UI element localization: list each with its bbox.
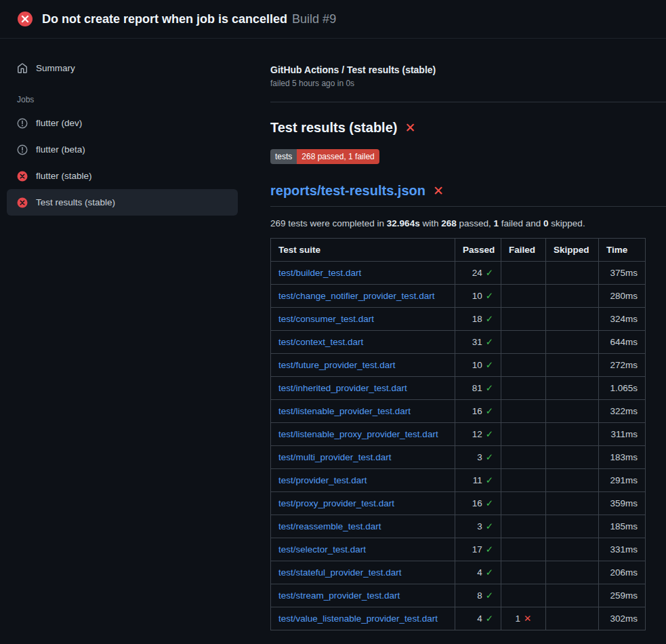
skipped-count <box>546 377 599 400</box>
test-suite-link[interactable]: test/future_provider_test.dart <box>278 360 396 370</box>
skipped-count <box>546 331 599 354</box>
test-suite-cell: test/listenable_proxy_provider_test.dart <box>271 423 455 446</box>
tests-summary: 269 tests were completed in 32.964s with… <box>270 218 645 228</box>
check-icon: ✓ <box>486 383 493 393</box>
skipped-count <box>546 423 599 446</box>
test-suite-cell: test/provider_test.dart <box>271 469 455 492</box>
badge-value: 268 passed, 1 failed <box>297 149 379 164</box>
test-suite-link[interactable]: test/multi_provider_test.dart <box>278 452 392 462</box>
skipped-count <box>546 561 599 584</box>
test-suite-link[interactable]: test/reassemble_test.dart <box>278 521 381 531</box>
test-suite-link[interactable]: test/provider_test.dart <box>278 475 367 485</box>
check-icon: ✓ <box>486 590 493 601</box>
test-suite-link[interactable]: test/change_notifier_provider_test.dart <box>278 291 434 301</box>
test-suite-link[interactable]: test/builder_test.dart <box>278 268 361 278</box>
failed-count <box>501 446 546 469</box>
passed-count: 4✓ <box>455 607 501 630</box>
failed-count <box>501 538 546 561</box>
check-icon: ✓ <box>486 521 493 531</box>
test-time: 375ms <box>599 262 646 285</box>
run-title: Do not create report when job is cancell… <box>42 12 287 26</box>
test-suite-link[interactable]: test/inherited_provider_test.dart <box>278 383 407 393</box>
count-value: 4 <box>477 613 482 624</box>
count-value: 3 <box>477 452 482 462</box>
table-row: test/stateful_provider_test.dart4✓206ms <box>271 561 646 584</box>
test-time: 322ms <box>599 400 646 423</box>
passed-count: 8✓ <box>455 584 501 607</box>
count-value: 24 <box>472 268 482 278</box>
test-suite-cell: test/inherited_provider_test.dart <box>271 377 455 400</box>
test-suite-link[interactable]: test/context_test.dart <box>278 337 363 347</box>
job-label: flutter (beta) <box>36 143 85 156</box>
test-suite-link[interactable]: test/stream_provider_test.dart <box>278 590 400 601</box>
test-time: 1.065s <box>599 377 646 400</box>
column-passed: Passed <box>455 239 501 262</box>
neutral-status-icon <box>17 118 28 129</box>
main-layout: Summary Jobs flutter (dev) flutter (beta… <box>0 39 666 644</box>
sidebar-item-flutter-dev[interactable]: flutter (dev) <box>7 110 238 136</box>
jobs-heading: Jobs <box>17 95 238 104</box>
passed-count: 11✓ <box>455 469 501 492</box>
skipped-count <box>546 262 599 285</box>
passed-count: 3✓ <box>455 515 501 538</box>
summary-skipped: 0 <box>543 218 549 228</box>
failed-count <box>501 515 546 538</box>
skipped-count <box>546 285 599 308</box>
failed-count <box>501 377 546 400</box>
count-value: 3 <box>477 521 482 531</box>
passed-count: 24✓ <box>455 262 501 285</box>
column-test-suite: Test suite <box>271 239 455 262</box>
test-suite-cell: test/stateful_provider_test.dart <box>271 561 455 584</box>
skipped-count <box>546 607 599 630</box>
skipped-count <box>546 584 599 607</box>
summary-text: skipped. <box>549 218 585 228</box>
check-icon: ✓ <box>486 475 493 485</box>
check-icon: ✓ <box>486 613 493 624</box>
sidebar-item-test-results-stable[interactable]: Test results (stable) <box>7 189 238 216</box>
sidebar-item-flutter-stable[interactable]: flutter (stable) <box>7 163 238 189</box>
test-suite-link[interactable]: test/value_listenable_provider_test.dart <box>278 613 438 624</box>
test-suite-link[interactable]: test/proxy_provider_test.dart <box>278 498 394 508</box>
failed-count <box>501 423 546 446</box>
breadcrumb: GitHub Actions / Test results (stable) <box>270 64 645 75</box>
page-header: Do not create report when job is cancell… <box>0 0 666 39</box>
test-suite-cell: test/multi_provider_test.dart <box>271 446 455 469</box>
failed-count <box>501 492 546 515</box>
test-time: 311ms <box>599 423 646 446</box>
test-suite-link[interactable]: test/stateful_provider_test.dart <box>278 567 402 578</box>
test-time: 291ms <box>599 469 646 492</box>
run-meta: failed 5 hours ago in 0s <box>270 79 645 88</box>
failed-status-icon <box>17 171 28 182</box>
x-icon: ✕ <box>433 184 444 197</box>
summary-text: 269 tests were completed in <box>270 218 387 228</box>
report-file-link[interactable]: reports/test-results.json <box>270 183 425 199</box>
test-suite-cell: test/change_notifier_provider_test.dart <box>271 285 455 308</box>
test-results-table-body: test/builder_test.dart24✓375mstest/chang… <box>271 262 646 630</box>
sidebar: Summary Jobs flutter (dev) flutter (beta… <box>0 39 245 644</box>
count-value: 8 <box>477 590 482 601</box>
table-row: test/proxy_provider_test.dart16✓359ms <box>271 492 646 515</box>
failed-count: 1✕ <box>501 607 546 630</box>
test-time: 206ms <box>599 561 646 584</box>
test-suite-link[interactable]: test/listenable_proxy_provider_test.dart <box>278 429 438 439</box>
test-suite-link[interactable]: test/consumer_test.dart <box>278 314 374 324</box>
check-icon: ✓ <box>486 429 493 439</box>
sidebar-item-summary[interactable]: Summary <box>7 55 238 81</box>
table-row: test/consumer_test.dart18✓324ms <box>271 308 646 331</box>
test-time: 324ms <box>599 308 646 331</box>
check-icon: ✓ <box>486 268 493 278</box>
test-suite-link[interactable]: test/selector_test.dart <box>278 544 366 555</box>
sidebar-item-flutter-beta[interactable]: flutter (beta) <box>7 136 238 163</box>
test-results-table: Test suite Passed Failed Skipped Time te… <box>270 238 646 630</box>
count-value: 10 <box>472 360 482 370</box>
test-suite-link[interactable]: test/listenable_provider_test.dart <box>278 406 411 416</box>
passed-count: 31✓ <box>455 331 501 354</box>
check-icon: ✓ <box>486 567 493 578</box>
skipped-count <box>546 400 599 423</box>
count-value: 11 <box>473 475 482 485</box>
skipped-count <box>546 308 599 331</box>
skipped-count <box>546 469 599 492</box>
failed-status-icon <box>17 197 28 208</box>
test-suite-cell: test/future_provider_test.dart <box>271 354 455 377</box>
check-icon: ✓ <box>486 291 493 301</box>
